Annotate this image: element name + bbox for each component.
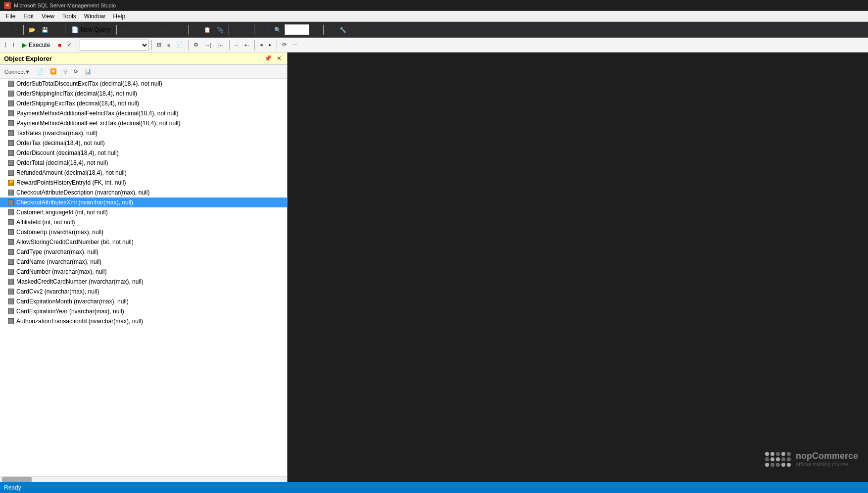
main-toolbar: ◀ ▶ 📂 💾 🗂 📄 New Query MDI DMX XMLA DAX ✂… [0,22,868,38]
undo-button[interactable]: ↩ [232,23,241,36]
sep13 [254,40,255,50]
close-button[interactable]: ✕ [4,2,11,9]
forward-button[interactable]: ▶ [12,23,21,36]
xmla-button[interactable]: XMLA [151,23,170,36]
table-row[interactable]: OrderTotal (decimal(18,4), not null) [0,158,287,168]
open-file-button[interactable]: 📂 [26,23,38,36]
outdent-btn[interactable]: |← [215,39,227,51]
save-all-button[interactable]: 🗂 [52,23,62,36]
dmx-button[interactable]: DMX [134,23,150,36]
step-back-button[interactable]: ⟨ [2,39,9,51]
query-editor-panel[interactable]: nopCommerce official training course [288,52,868,482]
sep5 [229,25,229,35]
save-button[interactable]: 💾 [39,23,51,36]
oe-pin-button[interactable]: 📌 [263,54,273,62]
back-button[interactable]: ◀ [2,23,11,36]
copy-button[interactable]: 📋 [201,23,213,36]
refresh-btn[interactable]: ⟳ [280,39,289,51]
uncomment-btn[interactable]: +- [241,39,251,51]
table-row[interactable]: CardExpirationMonth (nvarchar(max), null… [0,296,287,306]
table-row[interactable]: CardCvv2 (nvarchar(max), null) [0,287,287,296]
results-text-btn[interactable]: ≡ [165,39,173,51]
zoom-dropdown[interactable]: ▼ [310,23,321,36]
cut-button[interactable]: ✂ [191,23,200,36]
layout-button[interactable]: ▦ [350,23,360,36]
table-row[interactable]: OrderSubTotalDiscountExclTax (decimal(18… [0,79,287,89]
new-query-button[interactable]: 📄 New Query [68,23,114,37]
results-grid-btn[interactable]: ⊞ [154,39,164,51]
column-icon [8,269,14,275]
mdf-button[interactable]: MDI [119,23,133,36]
menu-window[interactable]: Window [80,12,109,21]
decrease-indent-btn[interactable]: ◂ [257,39,265,51]
menu-file[interactable]: File [2,12,19,21]
redo-button[interactable]: ↪ [242,23,251,36]
nop-dot [787,457,791,461]
table-row[interactable]: RefundedAmount (decimal(18,4), not null) [0,168,287,178]
oe-close-button[interactable]: ✕ [275,54,283,62]
column-name-label: OrderShippingExclTax (decimal(18,4), not… [16,100,139,107]
search-button[interactable]: 🔍 [272,23,284,36]
sep9 [77,40,77,50]
settings-button[interactable]: ⚙ [326,23,336,36]
table-row[interactable]: PaymentMethodAdditionalFeeExclTax (decim… [0,118,287,128]
more2-btn[interactable]: ⋯ [290,39,300,51]
oe-filter2-btn[interactable]: ▽ [61,67,70,76]
check-button[interactable]: ✓ [65,39,74,51]
table-row[interactable]: OrderDiscount (decimal(18,4), not null) [0,148,287,158]
paste-button[interactable]: 📎 [214,23,226,36]
column-name-label: AuthorizationTransactionId (nvarchar(max… [16,318,143,325]
query-options-btn[interactable]: ⚙ [191,39,201,51]
table-row[interactable]: TaxRates (nvarchar(max), null) [0,128,287,138]
oe-new-query-btn[interactable]: 📄 [34,67,46,76]
table-row[interactable]: AllowStoringCreditCardNumber (bit, not n… [0,237,287,247]
results-file-btn[interactable]: 📄 [174,39,186,51]
table-row[interactable]: MaskedCreditCardNumber (nvarchar(max), n… [0,277,287,287]
dax-button[interactable]: DAX [171,23,186,36]
menu-tools[interactable]: Tools [58,12,80,21]
connect-button[interactable]: Connect▼ [2,67,33,76]
column-name-label: PaymentMethodAdditionalFeeInclTax (decim… [16,110,179,117]
table-row[interactable]: CardType (nvarchar(max), null) [0,247,287,257]
database-dropdown[interactable] [80,40,149,50]
zoom-input[interactable]: 25 [285,24,309,35]
sep4 [188,25,189,35]
table-row[interactable]: AffiliateId (int, not null) [0,217,287,227]
indent-btn[interactable]: →| [202,39,214,51]
sep7 [269,25,269,35]
table-row[interactable]: CardName (nvarchar(max), null) [0,257,287,267]
menu-help[interactable]: Help [109,12,130,21]
table-row[interactable]: OrderShippingInclTax (decimal(18,4), not… [0,89,287,99]
properties-button[interactable]: 🔧 [337,23,349,36]
more-button[interactable]: ≫ [361,23,372,36]
menu-edit[interactable]: Edit [19,12,38,21]
table-row[interactable]: CustomerLanguageId (int, not null) [0,207,287,217]
column-name-label: MaskedCreditCardNumber (nvarchar(max), n… [16,278,144,285]
table-row[interactable]: PaymentMethodAdditionalFeeInclTax (decim… [0,108,287,118]
view-options[interactable]: ⊞ [257,23,266,36]
oe-stats-btn[interactable]: 📊 [82,67,94,76]
menu-view[interactable]: View [38,12,58,21]
table-row[interactable]: CustomerIp (nvarchar(max), null) [0,227,287,237]
table-row[interactable]: CheckoutAttributesXml (nvarchar(max), nu… [0,197,287,207]
oe-filter-btn[interactable]: 🔽 [48,67,59,76]
table-row[interactable]: CardNumber (nvarchar(max), null) [0,267,287,277]
execute-button[interactable]: ▶ Execute [18,39,54,51]
object-explorer-list[interactable]: OrderSubTotalDiscountExclTax (decimal(18… [0,79,287,476]
oe-horizontal-scrollbar[interactable] [0,476,287,482]
table-row[interactable]: OrderTax (decimal(18,4), not null) [0,138,287,148]
oe-refresh-btn[interactable]: ⟳ [71,67,81,76]
table-row[interactable]: CheckoutAttributeDescription (nvarchar(m… [0,188,287,197]
stop-button[interactable]: ■ [55,39,64,51]
table-row[interactable]: CardExpirationYear (nvarchar(max), null) [0,306,287,316]
comment-btn[interactable]: -- [232,39,241,51]
column-name-label: CustomerIp (nvarchar(max), null) [16,229,103,236]
column-name-label: CheckoutAttributeDescription (nvarchar(m… [16,189,149,196]
step-fwd-button[interactable]: ⟩ [10,39,17,51]
table-row[interactable]: AuthorizationTransactionId (nvarchar(max… [0,316,287,326]
nop-dot [776,457,780,461]
table-row[interactable]: 🔑RewardPointsHistoryEntryId (FK, int, nu… [0,178,287,188]
increase-indent-btn[interactable]: ▸ [266,39,274,51]
nop-dot [765,463,769,467]
table-row[interactable]: OrderShippingExclTax (decimal(18,4), not… [0,99,287,108]
